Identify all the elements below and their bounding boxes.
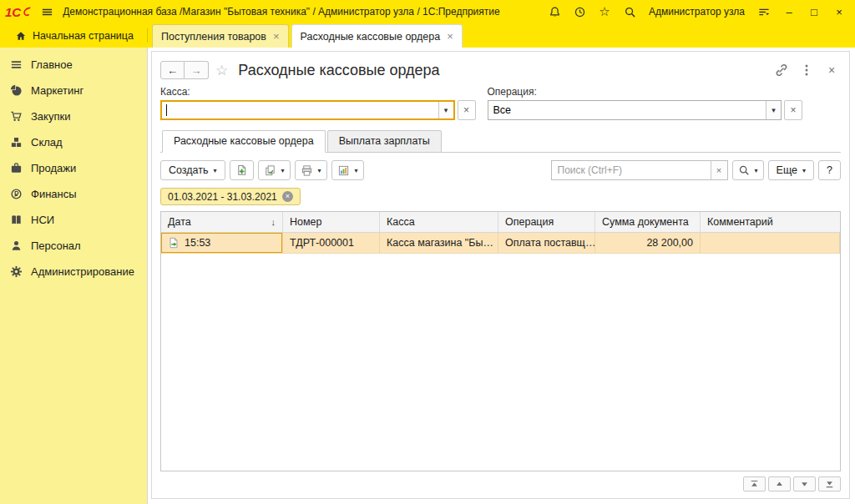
operation-dropdown-icon[interactable]: ▾ — [766, 101, 781, 119]
sidebar: Главное Маркетинг Закупки Склад Продажи … — [0, 48, 147, 504]
column-header-operation[interactable]: Операция — [498, 212, 595, 232]
form-panel: ← → ☆ Расходные кассовые ордера × — [151, 51, 850, 499]
remove-filter-icon[interactable]: × — [282, 191, 293, 202]
main-menu-button[interactable] — [38, 3, 56, 20]
sidebar-item-label: Финансы — [31, 188, 77, 200]
go-to-first-button[interactable] — [743, 476, 766, 491]
sidebar-item-zakupki[interactable]: Закупки — [0, 103, 147, 129]
menu-lines-icon — [10, 58, 23, 71]
favorites-button[interactable]: ☆ — [595, 3, 614, 20]
cell-number: ТДРТ-000001 — [283, 233, 380, 253]
service-settings-button[interactable] — [755, 3, 773, 20]
column-header-number[interactable]: Номер — [283, 212, 380, 232]
global-search-button[interactable] — [620, 3, 639, 20]
sidebar-item-nsi[interactable]: НСИ — [0, 207, 147, 233]
more-menu-button[interactable] — [797, 61, 816, 79]
column-header-sum[interactable]: Сумма документа — [595, 212, 701, 232]
sidebar-item-administrirovanie[interactable]: Администрирование — [0, 259, 147, 285]
pie-chart-icon — [10, 84, 23, 97]
document-posted-icon — [168, 237, 180, 249]
get-link-button[interactable] — [772, 61, 791, 79]
minimize-button[interactable]: – — [780, 3, 798, 20]
favorite-star-icon[interactable]: ☆ — [215, 62, 228, 79]
create-button[interactable]: Создать ▾ — [160, 160, 225, 180]
search-clear-button[interactable]: × — [711, 161, 727, 179]
history-button[interactable] — [570, 3, 589, 20]
triangle-up-bar-icon — [749, 479, 760, 489]
forward-button[interactable]: → — [185, 61, 209, 79]
table-header-row: Дата ↓ Номер Касса Операция Сумма докуме… — [161, 212, 840, 233]
cell-operation: Оплата поставщ… — [498, 233, 595, 253]
sort-down-icon: ↓ — [271, 217, 276, 227]
period-filter-label: 01.03.2021 - 31.03.2021 — [168, 191, 277, 203]
window-tab-postupleniya[interactable]: Поступления товаров × — [152, 24, 289, 48]
column-header-kassa[interactable]: Касса — [380, 212, 498, 232]
sidebar-item-finansy[interactable]: Финансы — [0, 181, 147, 207]
kassa-input[interactable] — [167, 102, 438, 118]
table-row[interactable]: 15:53 ТДРТ-000001 Касса магазина "Бы… Оп… — [161, 233, 840, 254]
top-bar: 1С Демонстрационная база /Магазин "Бытов… — [0, 0, 855, 23]
close-tab-icon[interactable]: × — [273, 31, 280, 42]
sidebar-item-prodazhi[interactable]: Продажи — [0, 155, 147, 181]
body-row: Главное Маркетинг Закупки Склад Продажи … — [0, 48, 855, 504]
column-header-date[interactable]: Дата ↓ — [161, 212, 283, 232]
sidebar-item-label: Склад — [31, 136, 63, 149]
tab-rashodnye-ordera[interactable]: Расходные кассовые ордера — [162, 130, 326, 153]
sidebar-item-label: Закупки — [31, 110, 70, 123]
star-icon: ☆ — [599, 4, 610, 19]
sidebar-item-label: Маркетинг — [31, 84, 83, 97]
cell-kassa: Касса магазина "Бы… — [380, 233, 498, 253]
window-tab-rashodnye-ordera[interactable]: Расходные кассовые ордера × — [291, 24, 463, 48]
operation-input[interactable] — [488, 101, 766, 119]
close-window-button[interactable]: × — [830, 3, 848, 20]
page-title: Расходные кассовые ордера — [238, 62, 439, 79]
history-nav-group: ← → — [160, 61, 209, 79]
filter-fields: Касса: ▾ × Операция: — [160, 86, 841, 120]
sidebar-item-glavnoe[interactable]: Главное — [0, 52, 147, 78]
print-button[interactable]: ▾ — [295, 160, 327, 180]
advanced-search-button[interactable]: ▾ — [732, 160, 764, 180]
printer-icon — [301, 164, 313, 177]
report-button[interactable]: ▾ — [331, 160, 364, 180]
sidebar-item-label: Главное — [31, 58, 73, 71]
window-tab-label: Поступления товаров — [161, 31, 266, 43]
search-input[interactable] — [552, 161, 711, 179]
settings-lines-icon — [757, 6, 771, 18]
search-icon — [738, 164, 750, 176]
column-header-comment[interactable]: Комментарий — [701, 212, 840, 232]
filter-chips-row: 01.03.2021 - 31.03.2021 × — [160, 188, 841, 205]
home-page-tab[interactable]: Начальная страница — [3, 23, 145, 48]
maximize-button[interactable]: □ — [805, 3, 823, 20]
app-window: 1С Демонстрационная база /Магазин "Бытов… — [0, 0, 855, 504]
create-copy-button[interactable] — [230, 160, 254, 180]
sidebar-item-sklad[interactable]: Склад — [0, 129, 147, 155]
sidebar-item-marketing[interactable]: Маркетинг — [0, 78, 147, 103]
coin-icon — [10, 188, 23, 200]
boxes-icon — [10, 136, 23, 149]
period-filter-chip[interactable]: 01.03.2021 - 31.03.2021 × — [160, 188, 301, 205]
current-user[interactable]: Администратор узла — [649, 6, 745, 18]
tab-vyplata-zarplaty[interactable]: Выплата зарплаты — [327, 130, 442, 153]
page-down-button[interactable] — [793, 476, 816, 491]
close-tab-icon[interactable]: × — [447, 31, 453, 42]
chevron-down-icon: ▾ — [281, 167, 285, 174]
report-chart-icon — [337, 164, 350, 177]
help-button[interactable]: ? — [818, 160, 841, 180]
go-to-last-button[interactable] — [818, 476, 841, 491]
sidebar-item-personal[interactable]: Персонал — [0, 233, 147, 259]
group-actions-button[interactable]: ▾ — [258, 160, 291, 180]
more-button[interactable]: Еще ▾ — [768, 160, 814, 180]
page-up-button[interactable] — [768, 476, 791, 491]
cell-date: 15:53 — [161, 233, 283, 253]
kassa-clear-button[interactable]: × — [458, 100, 476, 120]
operation-clear-button[interactable]: × — [784, 100, 802, 120]
notifications-button[interactable] — [545, 3, 564, 20]
back-button[interactable]: ← — [160, 61, 185, 79]
close-form-button[interactable]: × — [822, 61, 841, 79]
tabbar-divider — [147, 28, 148, 43]
documents-icon — [264, 164, 276, 177]
search-icon — [624, 6, 636, 18]
chevron-down-icon: ▾ — [214, 167, 217, 174]
1c-logo-swoosh — [22, 6, 31, 18]
kassa-dropdown-icon[interactable]: ▾ — [438, 102, 453, 118]
